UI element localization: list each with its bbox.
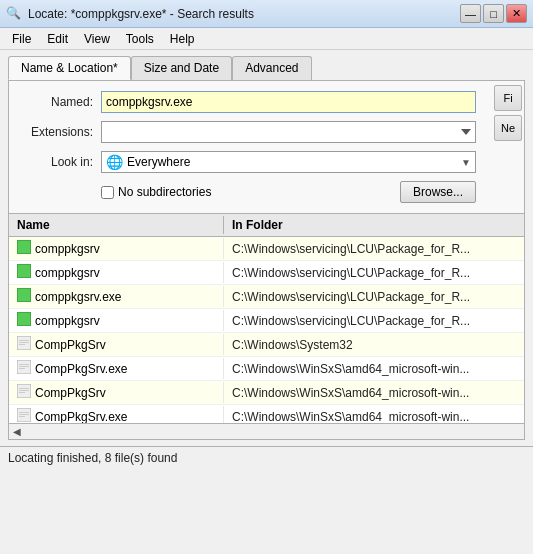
result-folder-text: C:\Windows\servicing\LCU\Package_for_R..… xyxy=(224,240,524,258)
result-name: CompPkgSrv xyxy=(9,334,224,355)
svg-rect-3 xyxy=(17,312,31,326)
title-controls: — □ ✕ xyxy=(460,4,527,23)
result-name-text: comppkgsrv xyxy=(35,266,100,280)
svg-rect-14 xyxy=(19,390,29,391)
menu-tools[interactable]: Tools xyxy=(118,30,162,48)
table-row[interactable]: comppkgsrv.exeC:\Windows\servicing\LCU\P… xyxy=(9,285,524,309)
no-subdirectories-checkbox[interactable] xyxy=(101,186,114,199)
menu-bar: File Edit View Tools Help xyxy=(0,28,533,50)
menu-help[interactable]: Help xyxy=(162,30,203,48)
horizontal-scrollbar[interactable]: ◀ xyxy=(8,424,525,440)
look-in-dropdown-arrow: ▼ xyxy=(461,157,471,168)
file-icon xyxy=(17,408,31,424)
next-button[interactable]: Ne xyxy=(494,115,522,141)
result-name-text: comppkgsrv xyxy=(35,242,100,256)
table-row[interactable]: CompPkgSrv.exeC:\Windows\WinSxS\amd64_mi… xyxy=(9,357,524,381)
file-icon xyxy=(17,384,31,401)
title-bar-left: 🔍 Locate: *comppkgsrv.exe* - Search resu… xyxy=(6,6,254,22)
result-name-text: CompPkgSrv.exe xyxy=(35,362,127,376)
globe-icon: 🌐 xyxy=(106,154,123,170)
result-folder-text: C:\Windows\WinSxS\amd64_microsoft-win... xyxy=(224,384,524,402)
table-row[interactable]: comppkgsrvC:\Windows\servicing\LCU\Packa… xyxy=(9,237,524,261)
svg-rect-10 xyxy=(19,366,29,367)
main-content: Name & Location* Size and Date Advanced … xyxy=(0,50,533,446)
named-input[interactable] xyxy=(101,91,476,113)
svg-rect-1 xyxy=(17,264,31,278)
title-bar: 🔍 Locate: *comppkgsrv.exe* - Search resu… xyxy=(0,0,533,28)
svg-rect-6 xyxy=(19,342,29,343)
result-name: comppkgsrv xyxy=(9,310,224,331)
close-button[interactable]: ✕ xyxy=(506,4,527,23)
file-icon xyxy=(17,360,31,377)
named-label: Named: xyxy=(21,95,101,109)
result-folder-text: C:\Windows\servicing\LCU\Package_for_R..… xyxy=(224,312,524,330)
svg-rect-19 xyxy=(19,416,25,417)
result-name: comppkgsrv.exe xyxy=(9,286,224,307)
file-icon xyxy=(17,312,31,329)
status-bar: Locating finished, 8 file(s) found xyxy=(0,446,533,468)
result-folder-text: C:\Windows\servicing\LCU\Package_for_R..… xyxy=(224,288,524,306)
browse-button[interactable]: Browse... xyxy=(400,181,476,203)
result-folder-text: C:\Windows\System32 xyxy=(224,336,524,354)
menu-file[interactable]: File xyxy=(4,30,39,48)
file-icon xyxy=(17,336,31,353)
named-row: Named: xyxy=(21,91,512,113)
extensions-row: Extensions: xyxy=(21,121,512,143)
result-name: CompPkgSrv.exe xyxy=(9,358,224,379)
result-name-text: CompPkgSrv xyxy=(35,386,106,400)
table-row[interactable]: comppkgsrvC:\Windows\servicing\LCU\Packa… xyxy=(9,309,524,333)
svg-rect-5 xyxy=(19,340,29,341)
result-name: CompPkgSrv xyxy=(9,382,224,403)
find-button[interactable]: Fi xyxy=(494,85,522,111)
no-subdirectories-label: No subdirectories xyxy=(118,185,211,199)
look-in-label: Look in: xyxy=(21,155,101,169)
table-row[interactable]: comppkgsrvC:\Windows\servicing\LCU\Packa… xyxy=(9,261,524,285)
svg-rect-11 xyxy=(19,368,25,369)
result-folder-text: C:\Windows\WinSxS\amd64_microsoft-win... xyxy=(224,408,524,425)
table-row[interactable]: CompPkgSrvC:\Windows\WinSxS\amd64_micros… xyxy=(9,381,524,405)
no-subdirectories-wrap[interactable]: No subdirectories xyxy=(101,185,211,199)
search-panel: Fi Ne Named: Extensions: Look in: xyxy=(8,80,525,214)
scroll-left-icon: ◀ xyxy=(13,426,21,437)
search-bottom: No subdirectories Browse... xyxy=(21,181,512,203)
named-input-wrap xyxy=(101,91,476,113)
result-name-text: comppkgsrv.exe xyxy=(35,290,121,304)
results-header: Name In Folder xyxy=(9,214,524,237)
svg-rect-18 xyxy=(19,414,29,415)
svg-rect-15 xyxy=(19,392,25,393)
file-icon xyxy=(17,240,31,257)
tab-bar: Name & Location* Size and Date Advanced xyxy=(8,56,525,80)
menu-view[interactable]: View xyxy=(76,30,118,48)
extensions-label: Extensions: xyxy=(21,125,101,139)
window-title: Locate: *comppkgsrv.exe* - Search result… xyxy=(28,7,254,21)
look-in-value: Everywhere xyxy=(127,155,461,169)
result-name-text: comppkgsrv xyxy=(35,314,100,328)
maximize-button[interactable]: □ xyxy=(483,4,504,23)
look-in-wrap[interactable]: 🌐 Everywhere ▼ xyxy=(101,151,476,173)
col-folder-header: In Folder xyxy=(224,216,524,234)
extensions-select[interactable] xyxy=(101,121,476,143)
results-rows: comppkgsrvC:\Windows\servicing\LCU\Packa… xyxy=(9,237,524,424)
svg-rect-0 xyxy=(17,240,31,254)
table-row[interactable]: CompPkgSrv.exeC:\Windows\WinSxS\amd64_mi… xyxy=(9,405,524,424)
svg-rect-17 xyxy=(19,412,29,413)
result-name: CompPkgSrv.exe xyxy=(9,406,224,424)
svg-rect-2 xyxy=(17,288,31,302)
file-icon xyxy=(17,264,31,281)
tab-size-date[interactable]: Size and Date xyxy=(131,56,232,80)
minimize-button[interactable]: — xyxy=(460,4,481,23)
extensions-input-wrap xyxy=(101,121,476,143)
status-text: Locating finished, 8 file(s) found xyxy=(8,451,177,465)
result-name-text: CompPkgSrv.exe xyxy=(35,410,127,424)
results-area[interactable]: Name In Folder comppkgsrvC:\Windows\serv… xyxy=(8,214,525,424)
svg-rect-7 xyxy=(19,344,25,345)
tab-advanced[interactable]: Advanced xyxy=(232,56,311,80)
file-icon xyxy=(17,288,31,305)
tab-name-location[interactable]: Name & Location* xyxy=(8,56,131,80)
svg-rect-13 xyxy=(19,388,29,389)
result-name: comppkgsrv xyxy=(9,262,224,283)
table-row[interactable]: CompPkgSrvC:\Windows\System32 xyxy=(9,333,524,357)
result-folder-text: C:\Windows\servicing\LCU\Package_for_R..… xyxy=(224,264,524,282)
result-name-text: CompPkgSrv xyxy=(35,338,106,352)
menu-edit[interactable]: Edit xyxy=(39,30,76,48)
